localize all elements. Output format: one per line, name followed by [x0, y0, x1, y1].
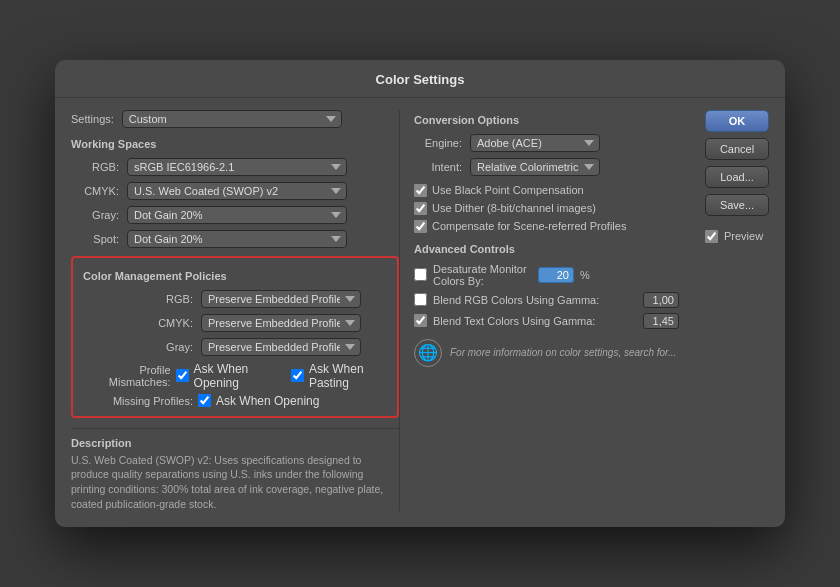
advanced-controls-label: Advanced Controls [414, 243, 679, 255]
blend-text-row: Blend Text Colors Using Gamma: [414, 313, 679, 329]
black-point-checkbox[interactable] [414, 184, 427, 197]
dialog-title: Color Settings [55, 60, 785, 98]
ask-when-pasting-checkbox[interactable] [291, 369, 304, 382]
intent-label: Intent: [414, 161, 462, 173]
missing-profiles-row: Missing Profiles: Ask When Opening [83, 394, 387, 408]
info-text: For more information on color settings, … [450, 347, 676, 358]
rgb-policy-select[interactable]: Preserve Embedded Profiles [201, 290, 361, 308]
working-spaces-section: RGB: sRGB IEC61966-2.1 CMYK: U.S. Web Co… [71, 158, 399, 248]
intent-row: Intent: Relative Colorimetric [414, 158, 679, 176]
blend-text-checkbox[interactable] [414, 314, 427, 327]
preview-label: Preview [724, 230, 763, 242]
dither-row: Use Dither (8-bit/channel images) [414, 202, 679, 215]
compensate-label: Compensate for Scene-referred Profiles [432, 220, 626, 232]
info-row: 🌐 For more information on color settings… [414, 339, 679, 367]
rgb-workspace-label: RGB: [71, 161, 119, 173]
color-settings-dialog: Color Settings Settings: Custom Working … [55, 60, 785, 528]
gray-workspace-row: Gray: Dot Gain 20% [71, 206, 399, 224]
cmyk-workspace-label: CMYK: [71, 185, 119, 197]
conversion-options-label: Conversion Options [414, 114, 679, 126]
rgb-workspace-select[interactable]: sRGB IEC61966-2.1 [127, 158, 347, 176]
engine-label: Engine: [414, 137, 462, 149]
gray-policy-select[interactable]: Preserve Embedded Profiles [201, 338, 361, 356]
globe-icon: 🌐 [414, 339, 442, 367]
dither-checkbox[interactable] [414, 202, 427, 215]
desaturate-label: Desaturate Monitor Colors By: [433, 263, 532, 287]
black-point-label: Use Black Point Compensation [432, 184, 584, 196]
settings-row: Settings: Custom [71, 110, 399, 128]
description-box: Description U.S. Web Coated (SWOP) v2: U… [71, 428, 399, 512]
missing-profiles-label: Missing Profiles: [83, 395, 193, 407]
blend-rgb-label: Blend RGB Colors Using Gamma: [433, 294, 637, 306]
profile-mismatches-row: Profile Mismatches: Ask When Opening Ask… [83, 362, 387, 390]
cmyk-policy-select[interactable]: Preserve Embedded Profiles [201, 314, 361, 332]
desaturate-checkbox[interactable] [414, 268, 427, 281]
cancel-button[interactable]: Cancel [705, 138, 769, 160]
description-title: Description [71, 437, 399, 449]
missing-ask-opening-checkbox[interactable] [198, 394, 211, 407]
profile-mismatches-label: Profile Mismatches: [83, 364, 171, 388]
engine-select[interactable]: Adobe (ACE) [470, 134, 600, 152]
side-buttons: OK Cancel Load... Save... Preview [689, 110, 785, 512]
compensate-row: Compensate for Scene-referred Profiles [414, 220, 679, 233]
gray-workspace-select[interactable]: Dot Gain 20% [127, 206, 347, 224]
advanced-controls-section: Advanced Controls Desaturate Monitor Col… [414, 243, 679, 329]
color-mgmt-section: RGB: Preserve Embedded Profiles CMYK: Pr… [83, 290, 387, 408]
ask-when-pasting-label: Ask When Pasting [309, 362, 387, 390]
gray-policy-label: Gray: [83, 341, 193, 353]
gray-policy-row: Gray: Preserve Embedded Profiles [83, 338, 387, 356]
rgb-policy-row: RGB: Preserve Embedded Profiles [83, 290, 387, 308]
blend-rgb-value[interactable] [643, 292, 679, 308]
rgb-policy-label: RGB: [83, 293, 193, 305]
spot-workspace-select[interactable]: Dot Gain 20% [127, 230, 347, 248]
blend-rgb-checkbox[interactable] [414, 293, 427, 306]
ask-when-opening-label: Ask When Opening [194, 362, 276, 390]
black-point-row: Use Black Point Compensation [414, 184, 679, 197]
color-mgmt-box: Color Management Policies RGB: Preserve … [71, 256, 399, 418]
description-text: U.S. Web Coated (SWOP) v2: Uses specific… [71, 453, 399, 512]
cmyk-policy-row: CMYK: Preserve Embedded Profiles [83, 314, 387, 332]
desaturate-value[interactable] [538, 267, 574, 283]
missing-ask-opening-label: Ask When Opening [216, 394, 319, 408]
compensate-checkbox[interactable] [414, 220, 427, 233]
engine-row: Engine: Adobe (ACE) [414, 134, 679, 152]
cmyk-workspace-select[interactable]: U.S. Web Coated (SWOP) v2 [127, 182, 347, 200]
preview-checkbox[interactable] [705, 230, 718, 243]
spot-workspace-label: Spot: [71, 233, 119, 245]
dither-label: Use Dither (8-bit/channel images) [432, 202, 596, 214]
save-button[interactable]: Save... [705, 194, 769, 216]
rgb-workspace-row: RGB: sRGB IEC61966-2.1 [71, 158, 399, 176]
conversion-options-section: Conversion Options Engine: Adobe (ACE) I… [414, 114, 679, 176]
ask-when-opening-checkbox[interactable] [176, 369, 189, 382]
desaturate-row: Desaturate Monitor Colors By: % [414, 263, 679, 287]
blend-text-label: Blend Text Colors Using Gamma: [433, 315, 637, 327]
load-button[interactable]: Load... [705, 166, 769, 188]
desaturate-unit: % [580, 269, 679, 281]
settings-select[interactable]: Custom [122, 110, 342, 128]
ok-button[interactable]: OK [705, 110, 769, 132]
blend-rgb-row: Blend RGB Colors Using Gamma: [414, 292, 679, 308]
cmyk-policy-label: CMYK: [83, 317, 193, 329]
preview-row: Preview [705, 230, 769, 243]
cmyk-workspace-row: CMYK: U.S. Web Coated (SWOP) v2 [71, 182, 399, 200]
color-mgmt-label: Color Management Policies [83, 270, 387, 282]
intent-select[interactable]: Relative Colorimetric [470, 158, 600, 176]
settings-label: Settings: [71, 113, 114, 125]
gray-workspace-label: Gray: [71, 209, 119, 221]
working-spaces-label: Working Spaces [71, 138, 399, 150]
blend-text-value[interactable] [643, 313, 679, 329]
spot-workspace-row: Spot: Dot Gain 20% [71, 230, 399, 248]
